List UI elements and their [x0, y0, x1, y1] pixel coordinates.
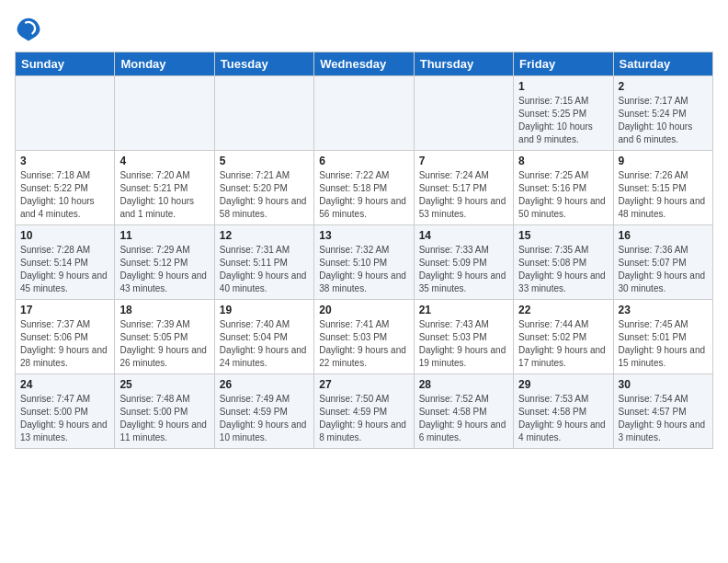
calendar-cell: 23Sunrise: 7:45 AM Sunset: 5:01 PM Dayli… — [613, 300, 712, 374]
day-info: Sunrise: 7:35 AM Sunset: 5:08 PM Dayligh… — [518, 244, 608, 295]
calendar-cell: 26Sunrise: 7:49 AM Sunset: 4:59 PM Dayli… — [214, 374, 313, 449]
week-row-2: 3Sunrise: 7:18 AM Sunset: 5:22 PM Daylig… — [16, 151, 713, 225]
calendar-cell: 3Sunrise: 7:18 AM Sunset: 5:22 PM Daylig… — [16, 151, 115, 225]
day-number: 21 — [419, 304, 508, 316]
day-info: Sunrise: 7:41 AM Sunset: 5:03 PM Dayligh… — [319, 318, 408, 370]
day-info: Sunrise: 7:26 AM Sunset: 5:15 PM Dayligh… — [619, 169, 708, 221]
column-header-friday: Friday — [514, 52, 613, 76]
day-info: Sunrise: 7:21 AM Sunset: 5:20 PM Dayligh… — [220, 169, 309, 221]
calendar-cell: 10Sunrise: 7:28 AM Sunset: 5:14 PM Dayli… — [16, 225, 115, 300]
day-number: 23 — [619, 304, 708, 316]
day-number: 18 — [119, 304, 209, 316]
day-info: Sunrise: 7:18 AM Sunset: 5:22 PM Dayligh… — [20, 169, 109, 221]
day-number: 8 — [518, 155, 608, 167]
day-info: Sunrise: 7:22 AM Sunset: 5:18 PM Dayligh… — [319, 169, 408, 221]
day-number: 7 — [419, 155, 508, 167]
calendar-cell: 20Sunrise: 7:41 AM Sunset: 5:03 PM Dayli… — [314, 300, 414, 374]
day-info: Sunrise: 7:32 AM Sunset: 5:10 PM Dayligh… — [319, 244, 408, 295]
column-header-saturday: Saturday — [613, 52, 712, 76]
day-number: 25 — [119, 378, 209, 391]
day-info: Sunrise: 7:15 AM Sunset: 5:25 PM Dayligh… — [518, 95, 608, 146]
day-number: 27 — [319, 378, 408, 391]
day-info: Sunrise: 7:31 AM Sunset: 5:11 PM Dayligh… — [220, 244, 309, 295]
column-header-tuesday: Tuesday — [214, 52, 313, 76]
day-number: 30 — [619, 378, 708, 391]
day-number: 29 — [518, 378, 608, 391]
day-number: 19 — [220, 304, 309, 316]
day-number: 13 — [319, 229, 408, 242]
calendar-cell: 16Sunrise: 7:36 AM Sunset: 5:07 PM Dayli… — [613, 225, 712, 300]
calendar-cell: 5Sunrise: 7:21 AM Sunset: 5:20 PM Daylig… — [214, 151, 313, 225]
day-number: 11 — [119, 229, 209, 242]
week-row-5: 24Sunrise: 7:47 AM Sunset: 5:00 PM Dayli… — [16, 374, 713, 449]
column-header-wednesday: Wednesday — [314, 52, 414, 76]
day-number: 20 — [319, 304, 408, 316]
day-number: 28 — [419, 378, 508, 391]
calendar-cell: 25Sunrise: 7:48 AM Sunset: 5:00 PM Dayli… — [115, 374, 214, 449]
day-info: Sunrise: 7:25 AM Sunset: 5:16 PM Dayligh… — [518, 169, 608, 221]
day-number: 4 — [119, 155, 209, 167]
calendar-cell: 17Sunrise: 7:37 AM Sunset: 5:06 PM Dayli… — [16, 300, 115, 374]
calendar-cell: 24Sunrise: 7:47 AM Sunset: 5:00 PM Dayli… — [16, 374, 115, 449]
day-info: Sunrise: 7:40 AM Sunset: 5:04 PM Dayligh… — [220, 318, 309, 370]
day-number: 22 — [518, 304, 608, 316]
day-info: Sunrise: 7:54 AM Sunset: 4:57 PM Dayligh… — [619, 393, 708, 444]
day-info: Sunrise: 7:33 AM Sunset: 5:09 PM Dayligh… — [419, 244, 508, 295]
week-row-3: 10Sunrise: 7:28 AM Sunset: 5:14 PM Dayli… — [16, 225, 713, 300]
calendar-cell: 13Sunrise: 7:32 AM Sunset: 5:10 PM Dayli… — [314, 225, 414, 300]
header — [15, 15, 713, 42]
calendar-cell: 27Sunrise: 7:50 AM Sunset: 4:59 PM Dayli… — [314, 374, 414, 449]
calendar-cell — [115, 76, 214, 151]
day-info: Sunrise: 7:20 AM Sunset: 5:21 PM Dayligh… — [119, 169, 209, 221]
day-info: Sunrise: 7:39 AM Sunset: 5:05 PM Dayligh… — [119, 318, 209, 370]
day-info: Sunrise: 7:43 AM Sunset: 5:03 PM Dayligh… — [419, 318, 508, 370]
day-number: 15 — [518, 229, 608, 242]
column-header-monday: Monday — [115, 52, 214, 76]
calendar-cell: 8Sunrise: 7:25 AM Sunset: 5:16 PM Daylig… — [514, 151, 613, 225]
day-info: Sunrise: 7:44 AM Sunset: 5:02 PM Dayligh… — [518, 318, 608, 370]
calendar-cell: 9Sunrise: 7:26 AM Sunset: 5:15 PM Daylig… — [613, 151, 712, 225]
calendar-cell — [16, 76, 115, 151]
day-number: 5 — [220, 155, 309, 167]
day-info: Sunrise: 7:37 AM Sunset: 5:06 PM Dayligh… — [20, 318, 109, 370]
day-info: Sunrise: 7:47 AM Sunset: 5:00 PM Dayligh… — [20, 393, 109, 444]
calendar-cell: 15Sunrise: 7:35 AM Sunset: 5:08 PM Dayli… — [514, 225, 613, 300]
day-number: 1 — [518, 80, 608, 93]
calendar-cell: 21Sunrise: 7:43 AM Sunset: 5:03 PM Dayli… — [414, 300, 513, 374]
calendar-cell: 19Sunrise: 7:40 AM Sunset: 5:04 PM Dayli… — [214, 300, 313, 374]
calendar-cell: 12Sunrise: 7:31 AM Sunset: 5:11 PM Dayli… — [214, 225, 313, 300]
calendar-cell: 18Sunrise: 7:39 AM Sunset: 5:05 PM Dayli… — [115, 300, 214, 374]
day-info: Sunrise: 7:50 AM Sunset: 4:59 PM Dayligh… — [319, 393, 408, 444]
calendar-cell: 6Sunrise: 7:22 AM Sunset: 5:18 PM Daylig… — [314, 151, 414, 225]
day-info: Sunrise: 7:17 AM Sunset: 5:24 PM Dayligh… — [619, 95, 708, 146]
day-info: Sunrise: 7:49 AM Sunset: 4:59 PM Dayligh… — [220, 393, 309, 444]
calendar-cell — [414, 76, 513, 151]
day-number: 3 — [20, 155, 109, 167]
calendar-cell: 11Sunrise: 7:29 AM Sunset: 5:12 PM Dayli… — [115, 225, 214, 300]
logo-icon — [15, 15, 42, 42]
day-info: Sunrise: 7:52 AM Sunset: 4:58 PM Dayligh… — [419, 393, 508, 444]
day-info: Sunrise: 7:29 AM Sunset: 5:12 PM Dayligh… — [119, 244, 209, 295]
day-number: 9 — [619, 155, 708, 167]
calendar-cell: 30Sunrise: 7:54 AM Sunset: 4:57 PM Dayli… — [613, 374, 712, 449]
calendar-table: SundayMondayTuesdayWednesdayThursdayFrid… — [15, 52, 713, 449]
calendar-cell: 7Sunrise: 7:24 AM Sunset: 5:17 PM Daylig… — [414, 151, 513, 225]
calendar-cell: 22Sunrise: 7:44 AM Sunset: 5:02 PM Dayli… — [514, 300, 613, 374]
calendar-cell: 2Sunrise: 7:17 AM Sunset: 5:24 PM Daylig… — [613, 76, 712, 151]
column-header-sunday: Sunday — [16, 52, 115, 76]
column-header-thursday: Thursday — [414, 52, 513, 76]
week-row-1: 1Sunrise: 7:15 AM Sunset: 5:25 PM Daylig… — [16, 76, 713, 151]
day-info: Sunrise: 7:53 AM Sunset: 4:58 PM Dayligh… — [518, 393, 608, 444]
logo — [15, 15, 46, 42]
calendar-header: SundayMondayTuesdayWednesdayThursdayFrid… — [16, 52, 713, 76]
day-number: 10 — [20, 229, 109, 242]
day-number: 14 — [419, 229, 508, 242]
calendar-body: 1Sunrise: 7:15 AM Sunset: 5:25 PM Daylig… — [16, 76, 713, 449]
day-number: 17 — [20, 304, 109, 316]
main-container: SundayMondayTuesdayWednesdayThursdayFrid… — [0, 0, 728, 458]
calendar-cell: 4Sunrise: 7:20 AM Sunset: 5:21 PM Daylig… — [115, 151, 214, 225]
day-info: Sunrise: 7:48 AM Sunset: 5:00 PM Dayligh… — [119, 393, 209, 444]
header-row: SundayMondayTuesdayWednesdayThursdayFrid… — [16, 52, 713, 76]
day-number: 16 — [619, 229, 708, 242]
calendar-cell: 28Sunrise: 7:52 AM Sunset: 4:58 PM Dayli… — [414, 374, 513, 449]
